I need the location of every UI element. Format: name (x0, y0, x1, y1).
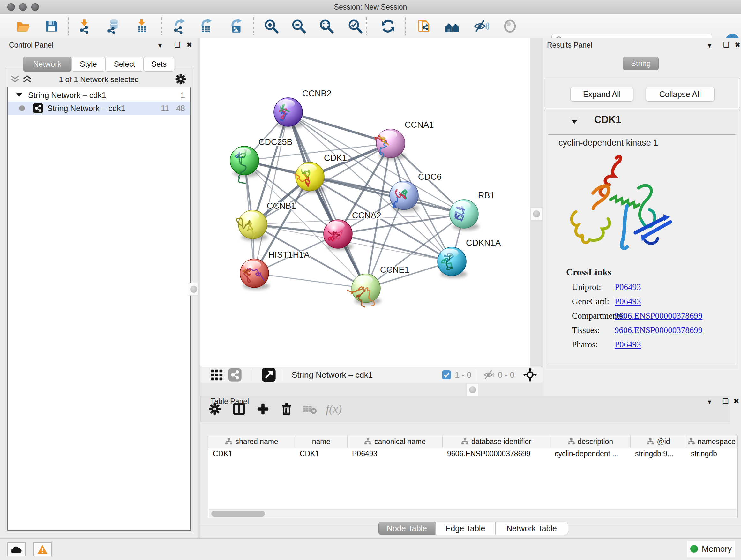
table-row[interactable]: CDK1CDK1P064939606.ENSP00000378699cyclin… (208, 448, 738, 460)
tab-sets[interactable]: Sets (144, 57, 174, 71)
edge-CCNB2-CCNE1[interactable] (288, 112, 366, 288)
zoom-fit-button[interactable] (318, 17, 335, 36)
tab-node-table[interactable]: Node Table (379, 522, 435, 535)
node-CCNA2[interactable]: CCNA2 (324, 211, 381, 250)
tab-select[interactable]: Select (105, 57, 144, 71)
collapse-all-icon[interactable] (10, 75, 20, 84)
edge-CCNB2-HIST1H1A[interactable] (254, 112, 288, 273)
column-header--id[interactable]: @id (630, 435, 686, 448)
import-network-button[interactable] (76, 17, 93, 36)
crosslink-row: Tissues: 9606.ENSP00000378699 (572, 325, 731, 340)
column-header-namespace[interactable]: namespace (686, 435, 737, 448)
network-collection-row[interactable]: String Network – cdk1 1 (8, 89, 190, 102)
network-options-gear-icon[interactable] (175, 73, 186, 85)
tab-network-table[interactable]: Network Table (495, 522, 568, 535)
node-CDKN1A[interactable]: CDKN1A (437, 238, 501, 278)
node-label-CDC6: CDC6 (418, 172, 442, 182)
crosslink-link[interactable]: P06493 (615, 282, 641, 297)
column-header-database-identifier[interactable]: database identifier (443, 435, 550, 448)
add-column-icon[interactable] (256, 402, 270, 416)
zoom-selected-button[interactable] (347, 17, 364, 36)
panel-menu-icon[interactable]: ▾ (708, 42, 711, 49)
window-title: Session: New Session (0, 3, 741, 11)
column-header-description[interactable]: description (550, 435, 630, 448)
delete-column-trash-icon[interactable] (280, 402, 293, 416)
node-HIST1H1A[interactable]: HIST1H1A (240, 250, 310, 290)
collapse-all-button[interactable]: Collapse All (646, 87, 715, 102)
export-table-button[interactable] (198, 17, 215, 36)
export-image-button[interactable] (228, 17, 245, 36)
open-session-button[interactable] (14, 17, 31, 36)
selected-checkbox-icon[interactable] (441, 370, 452, 380)
protein-name: CDK1 (594, 114, 621, 125)
zoom-out-button[interactable] (290, 17, 307, 36)
table-cell[interactable]: P06493 (347, 448, 443, 460)
node-RB1[interactable]: RB1 (450, 191, 495, 230)
column-type-icon (364, 438, 372, 445)
import-database-button[interactable] (105, 17, 122, 36)
crosslink-label: GeneCard: (572, 297, 615, 311)
export-network-button[interactable] (171, 17, 188, 36)
network-results-splitter[interactable] (530, 38, 543, 367)
panel-float-icon[interactable]: ❑ (723, 42, 730, 49)
birds-eye-grid-icon[interactable] (210, 368, 223, 381)
crosslink-link[interactable]: P06493 (615, 340, 641, 354)
show-panel-button[interactable] (501, 17, 519, 36)
table-cell[interactable]: stringdb (686, 448, 737, 460)
tree-expand-icon[interactable] (16, 92, 22, 98)
column-header-canonical-name[interactable]: canonical name (347, 435, 443, 448)
table-cell[interactable]: CDK1 (295, 448, 347, 460)
panel-close-icon[interactable]: ✖ (735, 42, 740, 49)
table-horizontal-scrollbar[interactable] (209, 509, 737, 518)
column-header-name[interactable]: name (295, 435, 347, 448)
refresh-button[interactable] (380, 17, 397, 36)
hide-results-button[interactable] (473, 17, 490, 36)
panel-float-icon[interactable]: ❑ (723, 398, 729, 405)
open-external-icon[interactable] (261, 368, 276, 382)
fit-content-crosshair-icon[interactable] (523, 368, 537, 382)
node-CCNA1[interactable]: CCNA1 (375, 120, 434, 160)
crosslink-link[interactable]: 9606.ENSP00000378699 (615, 325, 702, 340)
share-document-button[interactable] (416, 17, 433, 36)
table-cell[interactable]: 9606.ENSP00000378699 (443, 448, 550, 460)
save-session-button[interactable] (43, 17, 60, 36)
panel-close-icon[interactable]: ✖ (733, 398, 739, 405)
cloud-status-button[interactable] (7, 543, 25, 557)
edge-HIST1H1A-CCNE1[interactable] (254, 273, 366, 288)
edge-CDK1-RB1[interactable] (310, 177, 464, 214)
node-CDC25B[interactable]: CDC25B (230, 137, 293, 183)
right-splitter-handle[interactable] (530, 207, 542, 220)
control-panel-title: Control Panel (9, 41, 53, 50)
crosslink-link[interactable]: 9606.ENSP00000378699 (615, 311, 702, 325)
toolbar-separator (405, 17, 406, 35)
memory-label: Memory (702, 544, 732, 554)
import-table-button[interactable] (133, 17, 150, 36)
scrollbar-thumb[interactable] (211, 511, 265, 516)
panel-menu-icon[interactable]: ▾ (708, 398, 711, 406)
memory-button[interactable]: Memory (687, 541, 735, 557)
network-row-selected[interactable]: String Network – cdk1 11 48 (8, 102, 190, 115)
tab-string[interactable]: String (623, 57, 659, 70)
string-home-button[interactable] (444, 17, 461, 36)
collapse-result-icon[interactable] (571, 119, 578, 125)
tab-network[interactable]: Network (23, 57, 71, 71)
panel-close-icon[interactable]: ✖ (186, 42, 192, 49)
warning-status-button[interactable] (33, 543, 52, 557)
bottom-splitter-handle[interactable] (467, 383, 479, 396)
main-toolbar: ? (0, 14, 741, 39)
crosslink-link[interactable]: P06493 (615, 297, 641, 311)
tab-style[interactable]: Style (71, 57, 105, 71)
panel-menu-icon[interactable]: ▾ (158, 42, 162, 49)
column-header-shared-name[interactable]: shared name (208, 435, 295, 448)
node-CCNB1[interactable]: CCNB1 (236, 201, 296, 241)
expand-all-button[interactable]: Expand All (570, 87, 633, 102)
table-cell[interactable]: stringdb:9... (630, 448, 686, 460)
network-canvas[interactable]: CCNB2CCNA1CDC25BCDK1CDC6RB1CCNB1CCNA2CDK… (200, 38, 530, 367)
panel-float-icon[interactable]: ❑ (174, 42, 181, 49)
expand-all-icon[interactable] (22, 75, 32, 84)
table-cell[interactable]: CDK1 (208, 448, 295, 460)
zoom-in-button[interactable] (263, 17, 280, 36)
table-cell[interactable]: cyclin-dependent ... (550, 448, 630, 460)
string-panel-toggle-icon[interactable] (228, 368, 242, 382)
tab-edge-table[interactable]: Edge Table (435, 522, 495, 535)
